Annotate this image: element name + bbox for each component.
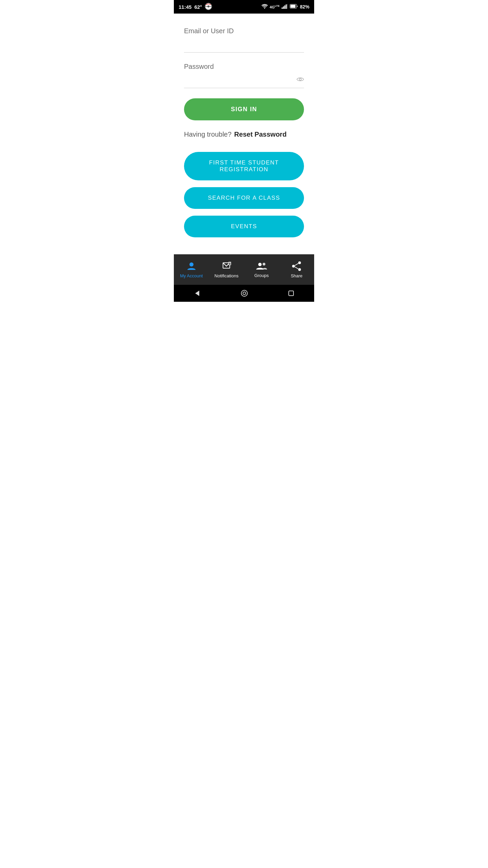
bottom-nav: My Account Notifications Groups [174, 254, 314, 285]
signin-button[interactable]: SIGN IN [184, 98, 304, 120]
svg-point-15 [263, 263, 265, 265]
password-label: Password [184, 63, 304, 71]
svg-point-1 [207, 5, 209, 7]
svg-point-14 [258, 263, 262, 266]
lte-icon: 4GLTE [270, 4, 280, 9]
svg-rect-24 [289, 291, 293, 296]
email-label: Email or User ID [184, 27, 304, 35]
signal-icon [282, 4, 288, 10]
my-account-icon [186, 261, 197, 271]
android-nav [174, 285, 314, 302]
nav-item-my-account[interactable]: My Account [174, 254, 209, 285]
reset-password-link[interactable]: Reset Password [234, 131, 287, 138]
svg-point-9 [299, 78, 301, 80]
nav-label-notifications: Notifications [215, 273, 239, 278]
email-input[interactable] [184, 40, 304, 50]
trouble-text: Having trouble? [184, 131, 231, 138]
battery-percent: 82% [300, 4, 309, 9]
password-field-group: Password [184, 63, 304, 88]
svg-line-20 [295, 267, 298, 269]
status-temperature: 62° [194, 4, 202, 10]
svg-line-19 [295, 263, 298, 265]
battery-icon [290, 4, 298, 9]
status-time: 11:45 [179, 4, 191, 10]
svg-point-22 [241, 290, 247, 296]
svg-point-16 [298, 261, 301, 264]
status-bar: 11:45 62° 4GLTE [174, 0, 314, 14]
groups-icon [256, 261, 267, 271]
svg-point-23 [243, 292, 246, 295]
svg-marker-21 [195, 291, 199, 296]
svg-rect-2 [282, 7, 283, 9]
share-icon [291, 261, 302, 271]
home-button[interactable] [241, 290, 248, 297]
status-app-icon [205, 3, 212, 11]
svg-rect-5 [286, 4, 287, 9]
show-password-icon[interactable] [297, 77, 304, 84]
nav-label-my-account: My Account [180, 273, 203, 278]
svg-point-10 [189, 262, 194, 267]
wifi-icon [262, 4, 268, 10]
svg-rect-3 [283, 6, 284, 9]
svg-point-18 [298, 268, 301, 271]
nav-item-share[interactable]: Share [279, 254, 314, 285]
nav-label-share: Share [291, 273, 303, 278]
svg-point-17 [292, 265, 295, 268]
svg-rect-6 [287, 4, 288, 9]
main-content: Email or User ID Password SIGN IN Having… [174, 14, 314, 254]
reset-password-row: Having trouble? Reset Password [184, 131, 304, 138]
password-input[interactable] [184, 75, 304, 85]
svg-rect-4 [284, 5, 285, 9]
registration-button[interactable]: FIRST TIME STUDENT REGISTRATION [184, 152, 304, 180]
search-class-button[interactable]: SEARCH FOR A CLASS [184, 187, 304, 209]
nav-item-notifications[interactable]: Notifications [209, 254, 244, 285]
svg-rect-8 [290, 5, 296, 8]
email-input-wrapper [184, 40, 304, 53]
nav-label-groups: Groups [254, 273, 269, 278]
notifications-icon [221, 261, 231, 271]
email-field-group: Email or User ID [184, 27, 304, 53]
nav-item-groups[interactable]: Groups [244, 254, 279, 285]
password-input-wrapper [184, 75, 304, 88]
events-button[interactable]: EVENTS [184, 216, 304, 237]
recents-button[interactable] [288, 290, 294, 296]
back-button[interactable] [194, 290, 201, 297]
